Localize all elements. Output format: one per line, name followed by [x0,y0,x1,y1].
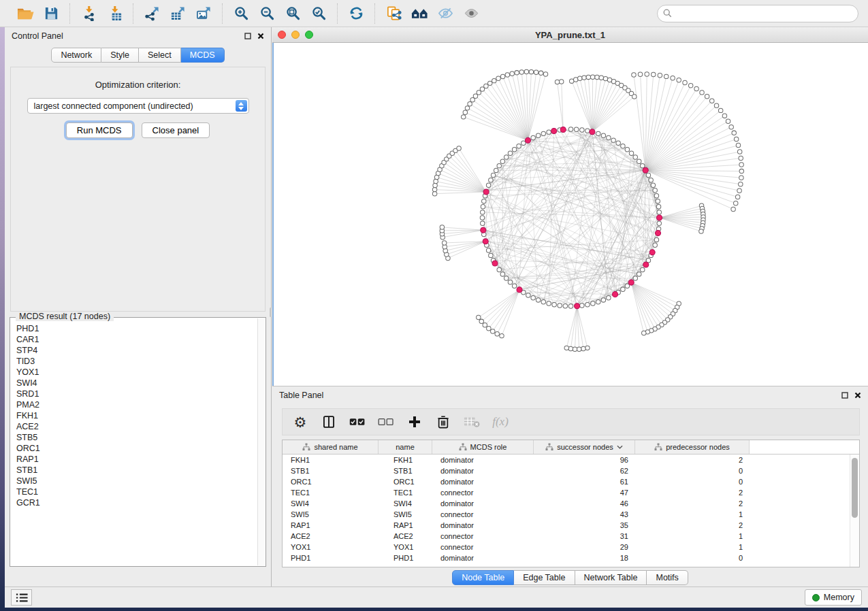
close-table-panel-icon[interactable] [854,392,861,399]
tab-network-table[interactable]: Network Table [575,570,647,585]
dropdown-stepper-icon [236,100,247,112]
mcds-result-item[interactable]: FKH1 [16,410,257,421]
table-row[interactable]: FKH1FKH1dominator962 [283,455,850,465]
table-row[interactable]: SWI5SWI5connector431 [283,509,850,520]
cell-shared-name: TEC1 [283,489,379,497]
delete-row-icon[interactable] [431,411,455,433]
mcds-result-item[interactable]: SWI4 [16,378,257,389]
float-panel-icon[interactable] [244,33,251,39]
first-neighbors-icon[interactable] [406,3,432,24]
cell-shared-name: SWI4 [283,499,379,508]
cell-shared-name: YOX1 [283,543,379,551]
table-row[interactable]: TEC1TEC1connector472 [283,487,850,498]
export-table-icon[interactable] [165,3,191,24]
cell-predecessor-nodes: 1 [635,543,750,551]
mcds-result-item[interactable]: RAP1 [16,454,257,465]
table-scrollbar[interactable] [850,455,859,567]
table-panel-title: Table Panel [279,391,323,400]
close-panel-icon[interactable] [257,33,264,39]
table-settings-icon[interactable]: ⚙ [288,411,312,433]
tab-edge-table[interactable]: Edge Table [514,570,575,585]
zoom-selected-icon[interactable] [306,3,332,24]
cell-predecessor-nodes: 1 [635,510,750,518]
network-canvas[interactable] [272,43,868,386]
import-table-icon[interactable] [101,3,127,24]
table-scrollbar-thumb[interactable] [852,458,858,518]
mcds-result-item[interactable]: ORC1 [16,443,257,454]
mcds-result-item[interactable]: SRD1 [16,389,257,399]
toolbar-group [69,3,133,24]
refresh-layout-icon[interactable] [343,3,369,24]
clear-selection-icon[interactable] [374,411,398,433]
select-all-icon[interactable] [345,411,370,433]
zoom-in-icon[interactable] [228,3,254,24]
cell-shared-name: SWI5 [283,510,379,518]
float-table-panel-icon[interactable] [841,392,848,399]
panel-list-button[interactable] [11,589,32,606]
cell-shared-name: STB1 [283,467,379,475]
mcds-result-item[interactable]: YOX1 [16,367,257,378]
cell-predecessor-nodes: 0 [635,554,750,562]
copy-network-icon[interactable] [381,3,406,24]
tab-node-table[interactable]: Node Table [452,570,514,585]
table-row[interactable]: ORC1ORC1dominator610 [283,476,850,487]
mcds-result-item[interactable]: PMA2 [16,399,257,410]
result-scrollbar[interactable] [257,318,265,565]
mcds-result-item[interactable]: STP4 [16,345,257,356]
table-row[interactable]: SWI4SWI4dominator462 [283,498,850,509]
mcds-result-item[interactable]: TEC1 [16,486,257,497]
table-row[interactable]: PHD1PHD1dominator180 [283,552,850,563]
tab-network[interactable]: Network [51,48,101,63]
close-panel-button[interactable]: Close panel [142,122,210,138]
zoom-fit-icon[interactable] [280,3,306,24]
memory-status-dot [812,594,820,601]
mcds-result-item[interactable]: STB5 [16,432,257,443]
run-mcds-button[interactable]: Run MCDS [66,122,133,138]
import-network-icon[interactable] [76,3,101,24]
table-row[interactable]: STB1STB1dominator620 [283,465,850,476]
mcds-panel: Optimization criterion: largest connecte… [10,67,266,312]
column-header-name[interactable]: name [379,440,432,454]
memory-button[interactable]: Memory [805,589,862,606]
criterion-dropdown[interactable]: largest connected component (undirected) [27,98,249,114]
column-header-successor-nodes[interactable]: successor nodes [534,440,635,454]
cell-name: SWI5 [379,510,432,518]
tab-mcds[interactable]: MCDS [181,48,225,63]
mcds-result-item[interactable]: PHD1 [16,323,257,334]
table-row[interactable]: ACE2ACE2connector311 [283,531,850,542]
vertical-splitter-handle[interactable] [270,308,272,317]
table-row[interactable]: YOX1YOX1connector291 [283,542,850,552]
column-header-shared-name[interactable]: shared name [283,440,379,454]
add-row-icon[interactable] [402,411,427,433]
mcds-result-item[interactable]: STB1 [16,465,257,476]
export-network-icon[interactable] [139,3,165,24]
open-file-icon[interactable] [12,3,38,24]
tab-motifs[interactable]: Motifs [647,570,688,585]
control-panel-titlebar: Control Panel [5,27,271,45]
network-graph[interactable] [274,43,868,386]
show-all-icon[interactable] [458,3,484,24]
mcds-result-item[interactable]: CAR1 [16,334,257,345]
hide-columns-icon [460,411,484,433]
table-header-row: shared namenameMCDS rolesuccessor nodesp… [283,440,859,455]
cell-name: SWI4 [379,499,432,508]
mcds-result-item[interactable]: ACE2 [16,421,257,432]
column-header-predecessor-nodes[interactable]: predecessor nodes [635,440,750,454]
cell-shared-name: FKH1 [283,456,379,464]
show-columns-icon[interactable] [317,411,341,433]
cell-predecessor-nodes: 2 [635,499,750,508]
tab-style[interactable]: Style [101,48,139,63]
export-image-icon[interactable] [191,3,216,24]
control-panel-title: Control Panel [12,31,63,41]
table-row[interactable]: RAP1RAP1dominator352 [283,520,850,531]
mcds-result-item[interactable]: SWI5 [16,476,257,486]
mcds-result-item[interactable]: GCR1 [16,497,257,508]
zoom-out-icon[interactable] [254,3,280,24]
save-session-icon[interactable] [38,3,64,24]
column-header-MCDS-role[interactable]: MCDS role [432,440,534,454]
search-input[interactable] [657,5,858,22]
tab-select[interactable]: Select [139,48,181,63]
mcds-result-item[interactable]: TID3 [16,356,257,367]
hide-selected-icon[interactable] [432,3,458,24]
cell-name: STB1 [379,467,432,475]
